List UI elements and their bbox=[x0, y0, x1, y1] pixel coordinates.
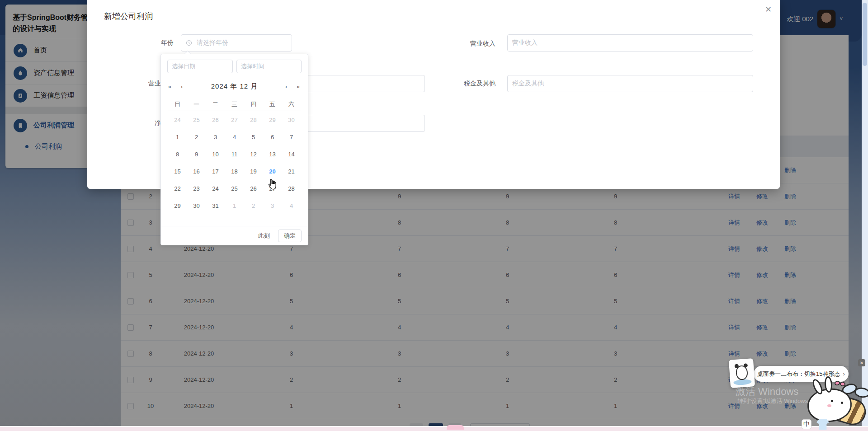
close-icon[interactable]: ✕ bbox=[765, 5, 772, 14]
calendar-day[interactable]: 29 bbox=[168, 197, 187, 214]
weekday-label: 一 bbox=[187, 98, 206, 111]
page-scrollbar[interactable] bbox=[862, 0, 868, 431]
calendar-day[interactable]: 3 bbox=[263, 197, 282, 214]
revenue-input[interactable]: 营业收入 bbox=[507, 34, 753, 52]
calendar-day[interactable]: 18 bbox=[225, 163, 244, 180]
calendar-day[interactable]: 4 bbox=[282, 197, 301, 214]
clock-icon bbox=[186, 40, 192, 46]
year-label: 年份 bbox=[115, 39, 174, 47]
calendar-day[interactable]: 11 bbox=[225, 145, 244, 163]
calendar-day[interactable]: 8 bbox=[168, 145, 187, 163]
calendar-day[interactable]: 29 bbox=[263, 111, 282, 128]
calendar-day[interactable]: 1 bbox=[225, 197, 244, 214]
picker-time-placeholder: 选择时间 bbox=[241, 62, 264, 70]
revenue-label: 营业收入 bbox=[437, 40, 495, 48]
weekday-label: 四 bbox=[244, 98, 263, 111]
calendar-day[interactable]: 3 bbox=[206, 128, 225, 145]
now-button[interactable]: 此刻 bbox=[258, 232, 270, 240]
revenue-placeholder: 营业收入 bbox=[512, 39, 538, 47]
mouse-cursor bbox=[266, 178, 279, 193]
weekday-label: 三 bbox=[225, 98, 244, 111]
calendar-day[interactable]: 25 bbox=[187, 111, 206, 128]
calendar-day[interactable]: 9 bbox=[187, 145, 206, 163]
weekday-label: 五 bbox=[263, 98, 282, 111]
year-input[interactable]: 请选择年份 bbox=[181, 34, 292, 52]
calendar-day[interactable]: 21 bbox=[282, 163, 301, 180]
tax-input[interactable]: 税金及其他 bbox=[507, 75, 753, 92]
next-month-button[interactable]: › bbox=[285, 78, 287, 95]
calendar-day[interactable]: 6 bbox=[263, 128, 282, 145]
calendar-day[interactable]: 5 bbox=[244, 128, 263, 145]
calendar-grid: 日一二三四五六242526272829301234567891011121314… bbox=[168, 98, 301, 214]
calendar-day[interactable]: 1 bbox=[168, 128, 187, 145]
calendar-day[interactable]: 2 bbox=[244, 197, 263, 214]
calendar-day[interactable]: 25 bbox=[225, 180, 244, 197]
scrollbar-thumb[interactable] bbox=[863, 3, 867, 66]
month-year-label[interactable]: 2024 年 12 月 bbox=[211, 82, 258, 91]
calendar-day[interactable]: 22 bbox=[168, 180, 187, 197]
calendar-day[interactable]: 17 bbox=[206, 163, 225, 180]
calendar-day[interactable]: 10 bbox=[206, 145, 225, 163]
datetime-picker-popup: 选择日期 选择时间 « ‹ 2024 年 12 月 › » 日一二三四五六242… bbox=[160, 54, 308, 245]
calendar-day[interactable]: 31 bbox=[206, 197, 225, 214]
calendar-day[interactable]: 14 bbox=[282, 145, 301, 163]
calendar-day[interactable]: 7 bbox=[282, 128, 301, 145]
picker-date-input[interactable]: 选择日期 bbox=[167, 60, 233, 73]
weekday-label: 二 bbox=[206, 98, 225, 111]
calendar-day[interactable]: 13 bbox=[263, 145, 282, 163]
picker-time-input[interactable]: 选择时间 bbox=[236, 60, 302, 73]
calendar-day[interactable]: 16 bbox=[187, 163, 206, 180]
calendar-day[interactable]: 24 bbox=[206, 180, 225, 197]
calendar-day[interactable]: 26 bbox=[206, 111, 225, 128]
next-year-button[interactable]: » bbox=[297, 78, 300, 95]
dialog-title: 新增公司利润 bbox=[104, 11, 153, 22]
calendar-day[interactable]: 23 bbox=[187, 180, 206, 197]
year-placeholder: 请选择年份 bbox=[197, 39, 228, 47]
calendar-day[interactable]: 28 bbox=[244, 111, 263, 128]
calendar-day[interactable]: 4 bbox=[225, 128, 244, 145]
calendar-day[interactable]: 30 bbox=[187, 197, 206, 214]
weekday-label: 日 bbox=[168, 98, 187, 111]
weekday-label: 六 bbox=[282, 98, 301, 111]
confirm-button[interactable]: 确定 bbox=[278, 230, 302, 242]
prev-month-button[interactable]: ‹ bbox=[181, 78, 183, 95]
calendar-day[interactable]: 26 bbox=[244, 180, 263, 197]
calendar-day[interactable]: 2 bbox=[187, 128, 206, 145]
picker-date-placeholder: 选择日期 bbox=[172, 62, 195, 70]
calendar-day[interactable]: 24 bbox=[168, 111, 187, 128]
calendar-day[interactable]: 27 bbox=[225, 111, 244, 128]
calendar-day[interactable]: 15 bbox=[168, 163, 187, 180]
prev-year-button[interactable]: « bbox=[168, 78, 171, 95]
tax-label: 税金及其他 bbox=[437, 80, 495, 88]
calendar-day[interactable]: 30 bbox=[282, 111, 301, 128]
tax-placeholder: 税金及其他 bbox=[512, 80, 544, 88]
calendar-day[interactable]: 19 bbox=[244, 163, 263, 180]
calendar-day[interactable]: 28 bbox=[282, 180, 301, 197]
screen: 欢迎 002 ˅ 基于SpringBoot财务管理系统的设计与实现 首页 资产信… bbox=[0, 0, 868, 431]
calendar-day[interactable]: 12 bbox=[244, 145, 263, 163]
